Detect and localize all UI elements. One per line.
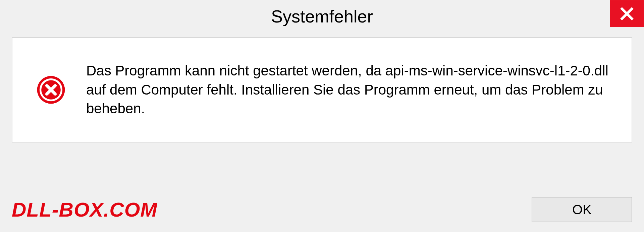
- watermark-text: DLL-BOX.COM: [12, 198, 157, 221]
- content-panel: Das Programm kann nicht gestartet werden…: [12, 37, 632, 142]
- close-button[interactable]: [610, 0, 644, 27]
- close-icon: [620, 6, 634, 21]
- titlebar: Systemfehler: [0, 0, 644, 31]
- ok-button-label: OK: [572, 202, 592, 217]
- ok-button[interactable]: OK: [532, 197, 632, 222]
- dialog-title: Systemfehler: [271, 6, 373, 26]
- error-message: Das Programm kann nicht gestartet werden…: [86, 61, 615, 118]
- error-icon: [36, 75, 66, 105]
- footer: DLL-BOX.COM OK: [0, 197, 644, 222]
